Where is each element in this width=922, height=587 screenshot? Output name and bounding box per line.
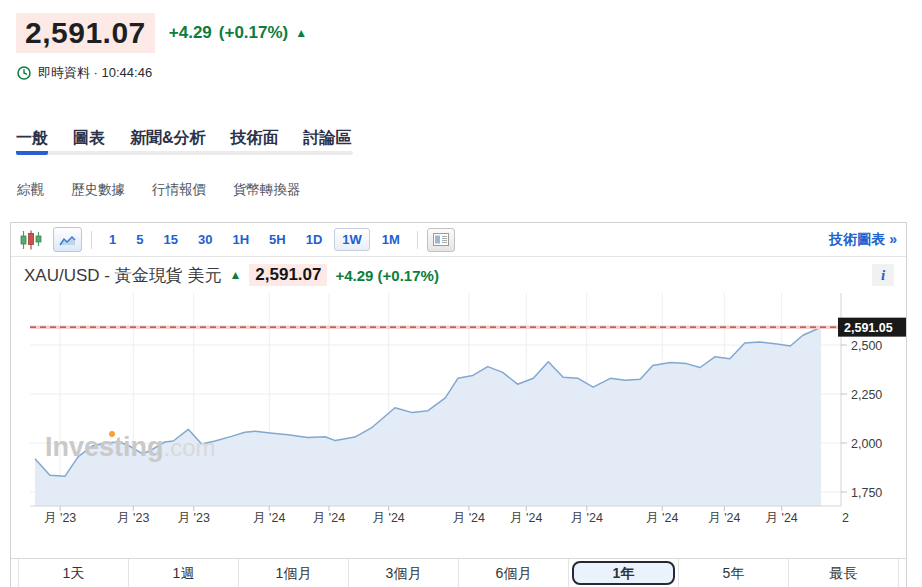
price-header: 2,591.07 +4.29 (+0.17%) ▲ xyxy=(16,13,307,53)
tab-general[interactable]: 一般 xyxy=(16,128,48,155)
price-series xyxy=(35,327,821,506)
svg-text:Investing.com: Investing.com xyxy=(45,432,216,462)
subtab-quotes[interactable]: 行情報價 xyxy=(152,181,206,199)
area-chart-button[interactable] xyxy=(53,227,82,252)
svg-text:2,500: 2,500 xyxy=(851,339,882,353)
svg-text:1,750: 1,750 xyxy=(851,486,882,500)
sub-tabs: 綜觀歷史數據行情報價貨幣轉換器 xyxy=(17,181,301,199)
chart-title-row: XAU/USD - 黃金現貨 美元 ▲ 2,591.07 +4.29 (+0.1… xyxy=(11,257,906,293)
up-triangle-icon: ▲ xyxy=(295,27,307,39)
svg-text:2,000: 2,000 xyxy=(851,437,882,451)
svg-text:月 '23: 月 '23 xyxy=(44,511,76,525)
svg-text:2,250: 2,250 xyxy=(851,388,882,402)
toolbar-divider xyxy=(91,231,92,249)
svg-text:月 '24: 月 '24 xyxy=(571,511,603,525)
range-1y-button[interactable]: 1年 xyxy=(572,561,675,585)
interval-buttons: 1515301H5H1D1W1M xyxy=(101,228,408,251)
range-1w[interactable]: 1週 xyxy=(128,559,238,587)
subtab-currency-converter[interactable]: 貨幣轉換器 xyxy=(233,181,301,199)
interval-15[interactable]: 15 xyxy=(155,228,185,251)
range-6m-label: 6個月 xyxy=(496,559,532,587)
status-text: 即時資料 · 10:44:46 xyxy=(38,64,152,82)
candlestick-chart-icon[interactable] xyxy=(20,230,43,250)
price-chart[interactable]: Investing.com月 '23月 '23月 '23月 '24月 '24月 … xyxy=(11,293,906,559)
svg-text:月 '23: 月 '23 xyxy=(178,511,210,525)
range-max-label: 最長 xyxy=(830,559,858,587)
tab-charts[interactable]: 圖表 xyxy=(73,128,105,155)
change-percent: (+0.17%) xyxy=(219,23,288,43)
svg-text:月 '24: 月 '24 xyxy=(453,511,485,525)
range-5y-label: 5年 xyxy=(723,559,745,587)
subtab-overview[interactable]: 綜觀 xyxy=(17,181,44,199)
svg-text:月 '24: 月 '24 xyxy=(708,511,740,525)
tab-technical[interactable]: 技術面 xyxy=(231,128,279,155)
price-tag: 2,591.05 xyxy=(838,318,906,337)
investing-quote-page: { "header": { "price": "2,591.07", "chan… xyxy=(0,0,922,587)
svg-text:月 '24: 月 '24 xyxy=(313,511,345,525)
chart-change: +4.29 (+0.17%) xyxy=(335,267,438,284)
interval-1[interactable]: 1 xyxy=(101,228,124,251)
interval-1d[interactable]: 1D xyxy=(298,228,331,251)
range-1d-label: 1天 xyxy=(63,559,85,587)
realtime-status: 即時資料 · 10:44:46 xyxy=(17,64,152,82)
chart-price: 2,591.07 xyxy=(249,264,327,286)
subtab-historical-data[interactable]: 歷史數據 xyxy=(71,181,125,199)
interval-30[interactable]: 30 xyxy=(190,228,220,251)
svg-text:2: 2 xyxy=(842,511,849,525)
range-max[interactable]: 最長 xyxy=(788,559,899,587)
interval-1h[interactable]: 1H xyxy=(224,228,257,251)
watermark: Investing.com xyxy=(45,431,216,462)
range-1y[interactable]: 1年 xyxy=(568,559,678,587)
toolbar-divider xyxy=(417,231,418,249)
tab-discussions[interactable]: 討論區 xyxy=(304,128,352,155)
main-tabs: 一般圖表新聞&分析技術面討論區 xyxy=(16,128,352,155)
range-3m[interactable]: 3個月 xyxy=(348,559,458,587)
news-layout-icon xyxy=(433,233,449,246)
range-3m-label: 3個月 xyxy=(386,559,422,587)
interval-1m[interactable]: 1M xyxy=(374,228,408,251)
svg-text:月 '24: 月 '24 xyxy=(373,511,405,525)
range-1m[interactable]: 1個月 xyxy=(238,559,348,587)
svg-text:月 '24: 月 '24 xyxy=(766,511,798,525)
range-1w-label: 1週 xyxy=(173,559,195,587)
chart-toolbar: 1515301H5H1D1W1M 技術圖表 » xyxy=(11,223,906,257)
chart-widget: 1515301H5H1D1W1M 技術圖表 » XAU/USD - 黃金現貨 美… xyxy=(10,222,907,587)
interval-5[interactable]: 5 xyxy=(128,228,151,251)
range-1m-label: 1個月 xyxy=(276,559,312,587)
change-value: +4.29 xyxy=(169,23,212,43)
svg-text:2,591.05: 2,591.05 xyxy=(844,321,893,335)
technical-chart-link[interactable]: 技術圖表 » xyxy=(829,231,897,249)
tab-news-analysis[interactable]: 新聞&分析 xyxy=(130,128,206,155)
current-price: 2,591.07 xyxy=(16,13,155,53)
svg-text:月 '24: 月 '24 xyxy=(646,511,678,525)
interval-1w[interactable]: 1W xyxy=(334,228,370,251)
clock-icon xyxy=(17,66,31,80)
area-chart-icon xyxy=(59,234,76,246)
range-buttons: 1天1週1個月3個月6個月1年5年最長 xyxy=(11,558,906,587)
price-change: +4.29 (+0.17%) ▲ xyxy=(169,23,307,43)
svg-text:月 '24: 月 '24 xyxy=(253,511,285,525)
svg-text:月 '23: 月 '23 xyxy=(117,511,149,525)
info-icon[interactable]: i xyxy=(872,264,894,286)
price-chart-canvas[interactable]: Investing.com月 '23月 '23月 '23月 '24月 '24月 … xyxy=(11,293,906,559)
news-layout-button[interactable] xyxy=(427,228,455,252)
up-arrow-icon: ▲ xyxy=(229,268,241,282)
svg-text:月 '24: 月 '24 xyxy=(510,511,542,525)
interval-5h[interactable]: 5H xyxy=(261,228,294,251)
instrument-name: XAU/USD - 黃金現貨 美元 xyxy=(24,264,221,287)
range-5y[interactable]: 5年 xyxy=(678,559,788,587)
range-6m[interactable]: 6個月 xyxy=(458,559,568,587)
range-1d[interactable]: 1天 xyxy=(18,559,128,587)
